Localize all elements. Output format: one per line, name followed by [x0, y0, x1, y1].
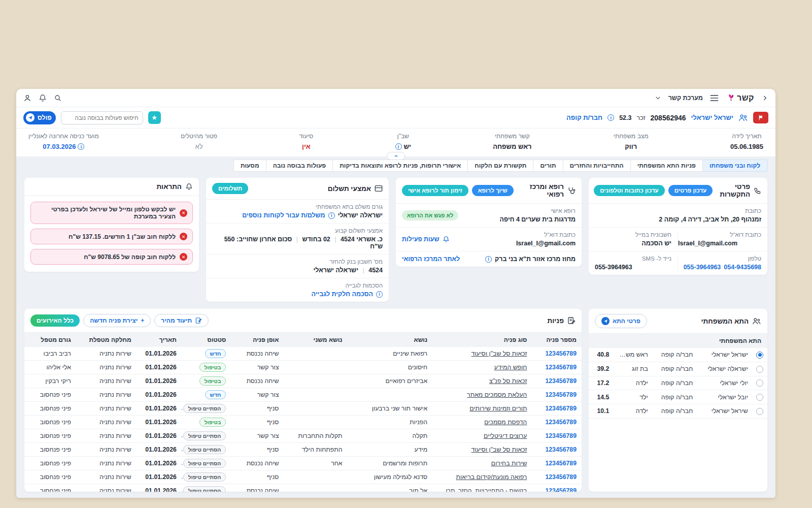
membership-info-icon[interactable]: [607, 114, 614, 121]
membership-link[interactable]: חבר/ת קופה: [566, 114, 602, 121]
inquiry-type-link[interactable]: בקשות - התחייבויות, החזר, תרופות: [432, 484, 532, 492]
inquiry-type-link[interactable]: שירות בחירום: [432, 457, 532, 470]
inquiry-agent: פיני פנחסוב: [24, 484, 76, 492]
inquiry-type-link[interactable]: ערוצים דיגיטליים: [432, 429, 532, 443]
inquiry-id-link[interactable]: 123456789: [532, 429, 582, 443]
hamburger-menu-icon[interactable]: [710, 94, 719, 102]
tab[interactable]: תקשורת עם הלקוח: [467, 160, 533, 172]
favorite-star-button[interactable]: ★: [148, 111, 161, 124]
inquiry-type-link[interactable]: תורים וזמינות שירותים: [432, 402, 532, 416]
inquiry-id-link[interactable]: 123456789: [532, 402, 582, 416]
inquiry-id-link[interactable]: 123456789: [532, 416, 582, 429]
quick-documentation-button[interactable]: תיעוד מהיר: [154, 314, 209, 327]
inquiry-id-link[interactable]: 123456789: [532, 374, 582, 388]
inquiry-subject: תרופות ומרשמים: [348, 457, 433, 470]
family-member-radio[interactable]: [756, 379, 763, 387]
book-appointment-button[interactable]: זימון תור לרופא אישי: [402, 185, 468, 196]
column-header: גורם מטפל: [24, 333, 76, 347]
district-info-icon[interactable]: [485, 256, 492, 263]
user-profile-icon[interactable]: [23, 94, 31, 102]
family-member-radio[interactable]: [756, 408, 763, 415]
inquiry-id-link[interactable]: 123456789: [532, 443, 582, 457]
family-row[interactable]: ישראלה ישראלי חבר/ה קופה בת זוג 39.2: [589, 362, 767, 376]
all-events-button[interactable]: כלל האירועים: [30, 314, 80, 327]
back-chevron-icon[interactable]: [761, 94, 768, 102]
phone-link[interactable]: 054-9435698: [724, 264, 761, 271]
payments-button[interactable]: תשלומים: [212, 183, 248, 194]
inquiry-row[interactable]: 123456789 שירות בחירום תרופות ומרשמים אח…: [24, 457, 582, 470]
payer-info-icon[interactable]: [328, 212, 335, 219]
flag-button[interactable]: [753, 112, 768, 123]
inquiry-row[interactable]: 123456789 רפואה מונעת/קידום בריאות סדנא …: [24, 470, 582, 484]
family-members-icon[interactable]: [738, 113, 748, 122]
family-member-radio[interactable]: [756, 366, 763, 373]
update-addresses-button[interactable]: עדכון כתובות וטלפונים: [594, 185, 665, 196]
alert-item[interactable]: ללקוח חוב קופה של 9078.65 ש"ח: [30, 249, 193, 265]
family-row[interactable]: שיראל ישראלי חבר/ה קופה ילדה 10.1: [589, 404, 767, 419]
tab[interactable]: התחייבויות והחזרים: [563, 160, 631, 172]
info-field-value: ראש משפחה: [493, 143, 531, 150]
inquiry-type-link[interactable]: רפואה מונעת/קידום בריאות: [432, 470, 532, 484]
activity-hours-link[interactable]: שעות פעילות: [402, 236, 439, 243]
info-icon[interactable]: [78, 143, 84, 150]
family-member-radio[interactable]: [756, 352, 763, 359]
app-logo[interactable]: קשר: [726, 93, 754, 103]
inquiry-type-link[interactable]: חופש המידע: [432, 361, 532, 374]
tab[interactable]: תורים: [533, 160, 563, 172]
inquiry-row[interactable]: 123456789 תורים וזמינות שירותים אישור תו…: [24, 402, 582, 416]
inquiry-row[interactable]: 123456789 זכאות סל שב"ן וסיעוד רפואת שינ…: [24, 347, 582, 361]
search-icon[interactable]: [54, 94, 62, 102]
info-field-value: 05.06.1985: [730, 143, 763, 150]
client-name-link[interactable]: ישראל ישראלי: [691, 114, 733, 121]
client-gender: זכר: [637, 114, 646, 121]
inquiry-type-link[interactable]: זכאות סל שב"ן וסיעוד: [432, 347, 532, 361]
inquiry-id-link[interactable]: 123456789: [532, 388, 582, 402]
assign-doctor-button[interactable]: שיוך לרופא: [472, 185, 514, 196]
inquiry-type-link[interactable]: הדפסת מסמכים: [432, 416, 532, 429]
inquiry-type-link[interactable]: זכאות סל שב"ן וסיעוד: [432, 443, 532, 457]
info-icon[interactable]: [395, 143, 402, 150]
pulse-button[interactable]: פולס: [23, 111, 56, 124]
actions-search-input[interactable]: [61, 111, 143, 124]
alert-item[interactable]: יש לבקש טלפון ומייל של שיראל ולעדכן בפרט…: [30, 202, 193, 224]
family-row[interactable]: יובל ישראלי חבר/ה קופה ילד 14.5: [589, 390, 767, 404]
inquiry-id-link[interactable]: 123456789: [532, 347, 582, 361]
consent-info-icon[interactable]: [376, 291, 383, 298]
inquiry-type-link[interactable]: העלאת מסמכים מאתר: [432, 388, 532, 402]
tab[interactable]: מסעות: [233, 160, 266, 172]
new-inquiry-button[interactable]: + יצירת פניה חדשה: [83, 314, 151, 327]
partial-consent-link[interactable]: הסכמה חלקית לגבייה: [311, 291, 373, 298]
inquiry-id-link[interactable]: 123456789: [532, 470, 582, 484]
update-details-button[interactable]: עדכון פרטים: [668, 185, 713, 196]
inquiry-id-link[interactable]: 123456789: [532, 361, 582, 374]
family-member-radio[interactable]: [756, 394, 763, 401]
inquiry-row[interactable]: 123456789 ערוצים דיגיטליים תקלה תקלות הת…: [24, 429, 582, 443]
inquiry-row[interactable]: 123456789 זכאות סל שב"ן וסיעוד מידע התפת…: [24, 443, 582, 457]
chevron-down-icon[interactable]: [655, 94, 661, 101]
personal-doctor-value: מדרגות בית שערים 4 חיפה: [500, 216, 576, 223]
medical-center-site-link[interactable]: לאתר המרכז הרפואי: [402, 256, 460, 263]
phone-link[interactable]: 055-3964963: [684, 264, 721, 271]
inquiry-id-link[interactable]: 123456789: [532, 484, 582, 492]
inquiry-channel: שיחה נכנסת: [231, 374, 284, 388]
inquiry-row[interactable]: 123456789 העלאת מסמכים מאתר צור קשר חדש …: [24, 388, 582, 402]
inquiries-header-row: מספר פניהסוג פניהנושאנושא משניאופן פניהס…: [24, 333, 582, 347]
family-row[interactable]: יולי ישראלי חבר/ה קופה ילדה 17.2: [589, 376, 767, 390]
inquiry-row[interactable]: 123456789 בקשות - התחייבויות, החזר, תרופ…: [24, 484, 582, 492]
family-details-button[interactable]: פרטי התא: [595, 314, 647, 328]
tab[interactable]: פעולות בבוסה נובה: [266, 160, 333, 172]
inquiry-row[interactable]: 123456789 חופש המידע חיסונים צור קשר בטי…: [24, 361, 582, 374]
tab[interactable]: אישורי תרופות, פניות לרופא ותוצאות בדיקו…: [332, 160, 468, 172]
inquiry-id-link[interactable]: 123456789: [532, 457, 582, 470]
tab[interactable]: לקוח ובני משפחתו: [702, 160, 767, 172]
inquiry-type-link[interactable]: זכאות סל פנ"צ: [432, 374, 532, 388]
inquiry-row[interactable]: 123456789 הדפסת מסמכים הפניות סניף בטיפו…: [24, 416, 582, 429]
payer-multiple-clients-link[interactable]: משלם/ת עבור לקוחות נוספים: [242, 212, 325, 219]
collapse-header-button[interactable]: [387, 152, 405, 160]
family-row[interactable]: ישראל ישראלי חבר/ה קופה ראש משפחה 40.8: [589, 348, 767, 362]
notifications-bell-icon[interactable]: [39, 94, 47, 102]
inquiry-row[interactable]: 123456789 זכאות סל פנ"צ אביזרים רפואיים …: [24, 374, 582, 388]
quick-doc-icon: [195, 317, 202, 324]
tab[interactable]: פניות התא המשפחתי: [630, 160, 703, 172]
alert-item[interactable]: ללקוח חוב שב"ן 1 חודשים. 137.15 ש"ח: [30, 229, 193, 244]
